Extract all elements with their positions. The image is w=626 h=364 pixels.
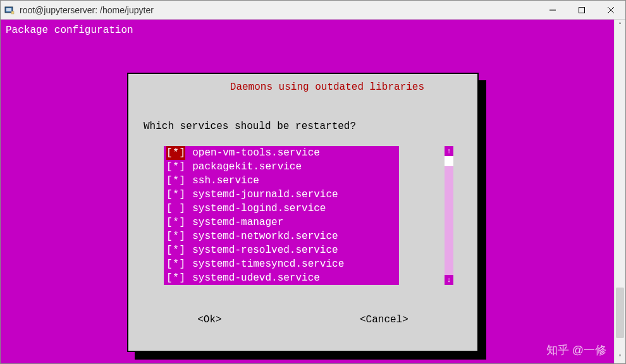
- window-scroll-down-icon[interactable]: ˅: [615, 352, 625, 363]
- checkbox-bracket: [: [166, 174, 173, 188]
- checkbox-mark[interactable]: *: [173, 215, 180, 229]
- service-label: systemd-journald.service: [192, 188, 338, 202]
- service-item[interactable]: [*]systemd-udevd.service: [164, 271, 399, 285]
- checkbox-bracket: ]: [180, 271, 186, 285]
- checkbox-bracket: [: [166, 271, 173, 285]
- service-item[interactable]: [*]open-vm-tools.service: [164, 146, 399, 160]
- ok-button[interactable]: <Ok>: [197, 313, 221, 327]
- checkbox-mark[interactable]: *: [173, 160, 180, 174]
- service-item[interactable]: [*]systemd-timesyncd.service: [164, 257, 399, 271]
- checkbox-bracket: [: [166, 257, 173, 271]
- app-window: root@jupyterserver: /home/jupyter Packag…: [0, 0, 626, 364]
- dialog-buttons: <Ok> <Cancel>: [128, 313, 477, 327]
- package-config-header: Package configuration: [6, 23, 133, 37]
- checkbox-bracket: ]: [180, 174, 186, 188]
- checkbox-bracket: [: [166, 188, 173, 202]
- close-button[interactable]: [596, 1, 625, 19]
- service-label: packagekit.service: [192, 160, 302, 174]
- checkbox-bracket: ]: [180, 160, 186, 174]
- minimize-button[interactable]: [538, 1, 567, 19]
- service-label: systemd-manager: [192, 215, 283, 229]
- window-scroll-up-icon[interactable]: ˄: [615, 20, 625, 31]
- service-item[interactable]: [*]systemd-manager: [164, 215, 399, 229]
- svg-rect-2: [11, 11, 14, 14]
- checkbox-bracket: [: [166, 243, 173, 257]
- window-scrollbar[interactable]: ˄ ˅: [614, 20, 625, 363]
- checkbox-mark[interactable]: *: [173, 188, 180, 202]
- checkbox-bracket: ]: [180, 257, 186, 271]
- dialog-prompt: Which services should be restarted?: [144, 119, 356, 133]
- service-item[interactable]: [*]ssh.service: [164, 174, 399, 188]
- service-item[interactable]: [ ]systemd-logind.service: [164, 202, 399, 215]
- checkbox-mark[interactable]: *: [173, 146, 180, 160]
- checkbox-mark[interactable]: *: [173, 243, 180, 257]
- service-item[interactable]: [*]systemd-journald.service: [164, 188, 399, 202]
- titlebar[interactable]: root@jupyterserver: /home/jupyter: [1, 1, 625, 20]
- service-label: systemd-timesyncd.service: [192, 257, 344, 271]
- maximize-button[interactable]: [567, 1, 596, 19]
- putty-icon: [4, 5, 15, 15]
- checkbox-bracket: [: [166, 229, 173, 243]
- service-label: systemd-logind.service: [192, 202, 326, 215]
- scroll-thumb[interactable]: [445, 156, 453, 166]
- checkbox-mark[interactable]: *: [173, 271, 180, 285]
- checkbox-bracket: ]: [180, 202, 186, 215]
- scroll-down-arrow[interactable]: ↓: [445, 275, 453, 285]
- service-item[interactable]: [*]systemd-resolved.service: [164, 243, 399, 257]
- service-item[interactable]: [*]systemd-networkd.service: [164, 229, 399, 243]
- checkbox-bracket: ]: [180, 215, 186, 229]
- scroll-up-arrow[interactable]: ↑: [445, 146, 453, 156]
- service-label: systemd-resolved.service: [192, 243, 338, 257]
- checkbox-mark[interactable]: [173, 202, 180, 215]
- list-scrollbar[interactable]: ↑ ↓: [445, 146, 453, 285]
- checkbox-bracket: ]: [180, 188, 186, 202]
- watermark: 知乎 @一修: [546, 343, 606, 357]
- checkbox-bracket: [: [166, 146, 173, 160]
- window-scroll-thumb[interactable]: [616, 288, 624, 338]
- window-title: root@jupyterserver: /home/jupyter: [20, 5, 538, 15]
- dialog-title-wrap: Daemons using outdated libraries: [128, 66, 477, 108]
- checkbox-bracket: [: [166, 160, 173, 174]
- terminal-area: Package configuration Daemons using outd…: [1, 20, 625, 363]
- svg-rect-4: [579, 7, 585, 13]
- checkbox-bracket: ]: [180, 229, 186, 243]
- checkbox-bracket: ]: [180, 243, 186, 257]
- service-label: ssh.service: [192, 174, 259, 188]
- cancel-button[interactable]: <Cancel>: [360, 313, 408, 327]
- service-label: systemd-udevd.service: [192, 271, 320, 285]
- service-label: open-vm-tools.service: [192, 146, 320, 160]
- checkbox-bracket: [: [166, 215, 173, 229]
- dialog-box: Daemons using outdated libraries Which s…: [127, 73, 479, 352]
- checkbox-mark[interactable]: *: [173, 257, 180, 271]
- checkbox-bracket: ]: [180, 146, 186, 160]
- checkbox-mark[interactable]: *: [173, 174, 180, 188]
- service-list[interactable]: [*]open-vm-tools.service[*]packagekit.se…: [164, 146, 399, 285]
- checkbox-bracket: [: [166, 202, 173, 215]
- checkbox-mark[interactable]: *: [173, 229, 180, 243]
- svg-rect-1: [6, 8, 11, 11]
- window-controls: [538, 1, 625, 19]
- service-label: systemd-networkd.service: [192, 229, 338, 243]
- service-item[interactable]: [*]packagekit.service: [164, 160, 399, 174]
- dialog-title: Daemons using outdated libraries: [224, 82, 431, 93]
